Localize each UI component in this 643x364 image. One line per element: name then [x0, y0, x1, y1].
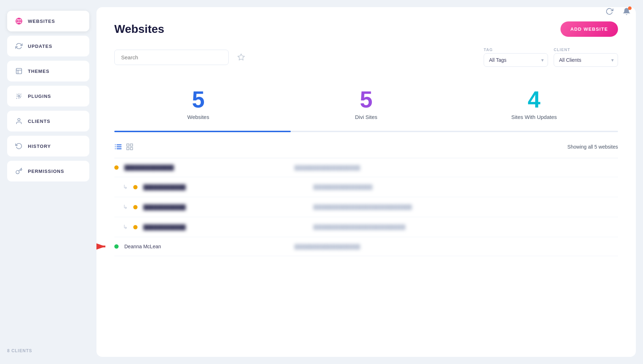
progress-bar-fill	[114, 131, 291, 132]
websites-count: 5	[114, 88, 282, 111]
sidebar-item-plugins[interactable]: PLUGINS	[7, 86, 89, 106]
view-controls: Showing all 5 websites	[114, 143, 618, 151]
key-icon	[15, 167, 23, 175]
site-name: ████████████	[143, 184, 236, 190]
grid-view-button[interactable]	[126, 143, 134, 151]
tag-select[interactable]: All Tags	[484, 53, 548, 67]
site-url: ██████████████████	[313, 184, 373, 190]
page-header: Websites ADD WEBSITE	[114, 21, 618, 37]
stats-row: 5 Websites 5 Divi Sites 4 Sites With Upd…	[114, 81, 618, 131]
tag-filter-label: TAG	[484, 48, 548, 52]
filter-group: TAG All Tags CLIENT All Clients	[484, 48, 618, 67]
topbar	[593, 0, 643, 23]
list-view-button[interactable]	[114, 143, 122, 151]
stat-updates: 4 Sites With Updates	[450, 81, 618, 131]
divi-count: 5	[282, 88, 450, 111]
sidebar-item-history[interactable]: HISTORY	[7, 136, 89, 156]
client-filter-label: CLIENT	[554, 48, 618, 52]
progress-bar	[114, 131, 618, 132]
user-icon	[15, 117, 23, 125]
clients-count-badge: 8 CLIENTS	[7, 348, 89, 353]
site-name: ████████████	[143, 204, 236, 210]
site-name: ████████████	[143, 224, 236, 230]
updates-count: 4	[450, 88, 618, 111]
filters-row: TAG All Tags CLIENT All Clients	[114, 48, 618, 67]
stat-divi: 5 Divi Sites	[282, 81, 450, 131]
indent-arrow-icon: ↳	[123, 224, 128, 230]
tag-select-wrapper: All Tags	[484, 53, 548, 67]
sidebar-item-label: WEBSITES	[28, 19, 55, 24]
websites-label: Websites	[114, 114, 282, 120]
svg-rect-14	[127, 144, 129, 146]
sidebar-item-label: UPDATES	[28, 44, 52, 49]
status-dot	[133, 185, 138, 189]
sidebar: WEBSITES UPDATES THEMES	[0, 0, 96, 364]
divi-label: Divi Sites	[282, 114, 450, 120]
annotation-arrow	[96, 238, 111, 255]
page-title: Websites	[114, 23, 164, 36]
site-name: ██████████████	[124, 165, 217, 170]
table-row: ██████████████ ████████████████████	[114, 158, 618, 177]
status-dot	[114, 244, 119, 249]
favorites-star-button[interactable]	[234, 50, 248, 64]
add-website-button[interactable]: ADD WEBSITE	[560, 21, 618, 37]
table-row: ↳ ████████████ █████████████████████████…	[114, 197, 618, 217]
updates-label: Sites With Updates	[450, 114, 618, 120]
svg-point-6	[18, 119, 20, 121]
bell-icon[interactable]	[621, 6, 632, 17]
sidebar-item-updates[interactable]: UPDATES	[7, 36, 89, 56]
sidebar-item-websites[interactable]: WEBSITES	[7, 11, 89, 31]
status-dot	[133, 225, 138, 229]
svg-rect-17	[127, 148, 129, 150]
svg-rect-2	[16, 69, 22, 74]
showing-text: Showing all 5 websites	[567, 144, 618, 150]
search-input[interactable]	[114, 50, 229, 65]
sidebar-item-label: HISTORY	[28, 144, 51, 149]
sidebar-item-label: PERMISSIONS	[28, 169, 64, 174]
client-select[interactable]: All Clients	[554, 53, 618, 67]
sidebar-item-label: THEMES	[28, 69, 49, 74]
table-row: ↳ ████████████ █████████████████████████…	[114, 217, 618, 237]
sidebar-item-label: CLIENTS	[28, 119, 50, 124]
indent-arrow-icon: ↳	[123, 204, 128, 210]
history-icon	[15, 142, 23, 150]
table-row: Deanna McLean ████████████████████	[114, 237, 618, 256]
tag-filter-wrapper: TAG All Tags	[484, 48, 548, 67]
client-select-wrapper: All Clients	[554, 53, 618, 67]
svg-rect-15	[130, 144, 133, 146]
table-row: ↳ ████████████ ██████████████████	[114, 177, 618, 197]
tool-icon	[15, 92, 23, 100]
stat-websites: 5 Websites	[114, 81, 282, 131]
site-url: ████████████████████████████	[313, 224, 405, 230]
site-url: ██████████████████████████████	[313, 204, 412, 210]
notification-badge	[628, 6, 632, 10]
status-dot	[114, 165, 119, 170]
layout-icon	[15, 67, 23, 75]
site-url: ████████████████████	[294, 165, 360, 170]
indent-arrow-icon: ↳	[123, 184, 128, 190]
site-url: ████████████████████	[294, 244, 360, 249]
status-dot	[133, 205, 138, 209]
svg-rect-16	[130, 148, 133, 150]
sidebar-item-clients[interactable]: CLIENTS	[7, 111, 89, 131]
globe-icon	[15, 17, 23, 25]
red-arrow-svg	[96, 238, 111, 255]
refresh-icon	[15, 42, 23, 50]
svg-point-5	[18, 95, 20, 97]
site-name: Deanna McLean	[124, 244, 217, 249]
sidebar-item-permissions[interactable]: PERMISSIONS	[7, 161, 89, 181]
refresh-icon[interactable]	[604, 6, 615, 17]
main-content: Websites ADD WEBSITE TAG All Tags CLIENT	[96, 7, 636, 357]
svg-marker-7	[238, 54, 244, 60]
sidebar-item-label: PLUGINS	[28, 94, 51, 99]
sidebar-item-themes[interactable]: THEMES	[7, 61, 89, 81]
client-filter-wrapper: CLIENT All Clients	[554, 48, 618, 67]
view-toggle	[114, 143, 134, 151]
